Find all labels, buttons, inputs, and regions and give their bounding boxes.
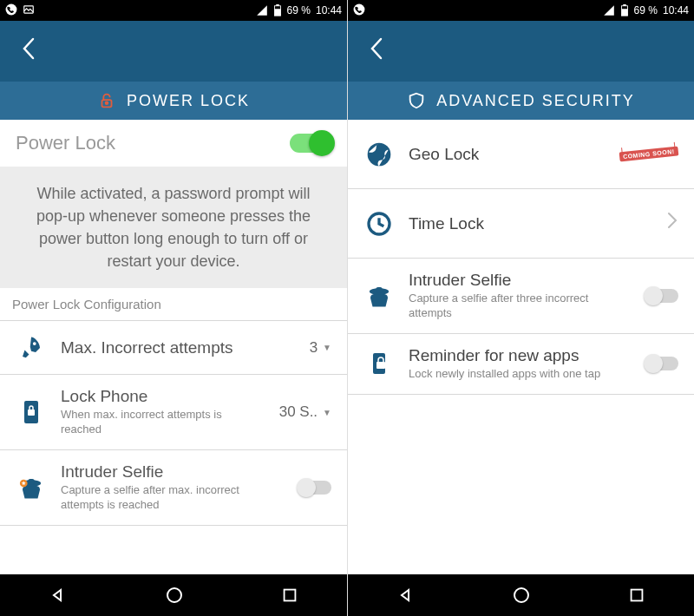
row-time-lock[interactable]: Time Lock [348,189,694,259]
reminder-toggle[interactable] [645,357,678,370]
battery-icon [273,4,282,16]
reminder-sublabel: Lock newly installed apps with one tap [409,367,632,382]
intruder-sublabel: Capture a selfie after max. incorrect at… [61,483,285,513]
config-section-label: Power Lock Configuration [0,288,347,321]
row-max-attempts[interactable]: Max. Incorrect attempts 3 ▼ [0,321,347,375]
globe-icon [363,141,395,168]
intruder-label: Intruder Selfie [409,271,632,290]
app-header [0,21,347,82]
screen-advanced-security: 69 % 10:44 ADVANCED SECURITY Geo Lock [347,0,694,616]
status-bar: 69 % 10:44 [0,0,347,21]
intruder-label: Intruder Selfie [61,462,285,482]
svg-rect-9 [28,410,35,416]
svg-point-13 [167,588,181,602]
clock-text: 10:44 [663,4,689,16]
app-lock-icon [363,351,395,377]
clock-icon [363,210,395,238]
svg-point-25 [514,588,528,602]
svg-point-7 [33,342,36,345]
viber-icon [5,3,17,18]
chevron-down-icon: ▼ [323,343,331,352]
svg-rect-11 [28,479,35,484]
svg-point-15 [354,3,365,15]
nav-bar [348,574,694,616]
geo-lock-label: Geo Lock [409,145,606,164]
chevron-down-icon: ▼ [323,408,331,417]
intruder-icon [363,283,395,309]
gallery-icon [23,3,35,18]
lock-phone-sublabel: When max. incorrect attempts is reached [61,408,265,437]
row-intruder-selfie[interactable]: Intruder Selfie Capture a selfie after t… [348,259,694,334]
app-header [348,21,694,82]
svg-rect-22 [376,287,383,292]
row-geo-lock[interactable]: Geo Lock COMING SOON! [348,120,694,189]
power-lock-toggle-row: Power Lock [0,120,347,167]
row-intruder-selfie[interactable]: Intruder Selfie Capture a selfie after m… [0,450,347,526]
nav-home-button[interactable] [511,585,532,606]
title-bar: POWER LOCK [0,82,347,120]
max-attempts-value-dropdown[interactable]: 3 ▼ [310,339,331,357]
chevron-right-icon [666,210,678,237]
nav-recents-button[interactable] [280,586,299,605]
svg-rect-18 [621,9,627,16]
intruder-toggle[interactable] [298,481,331,495]
svg-rect-24 [376,362,385,369]
time-lock-label: Time Lock [409,214,652,233]
title-text: ADVANCED SECURITY [436,92,635,110]
svg-rect-4 [274,9,280,16]
svg-rect-26 [632,590,643,601]
back-button[interactable] [360,30,393,73]
row-reminder-new-apps[interactable]: Reminder for new apps Lock newly install… [348,334,694,395]
reminder-label: Reminder for new apps [409,346,632,365]
intruder-icon [16,475,47,501]
screen-power-lock: 69 % 10:44 POWER LOCK Power Lock While a… [0,0,347,616]
lock-phone-value-dropdown[interactable]: 30 S.. ▼ [279,403,331,421]
signal-icon [256,4,268,16]
row-lock-phone[interactable]: Lock Phone When max. incorrect attempts … [0,375,347,450]
svg-point-0 [6,3,17,15]
nav-home-button[interactable] [164,585,185,606]
nav-recents-button[interactable] [627,586,646,605]
nav-bar [0,574,347,616]
nav-back-button[interactable] [396,585,416,606]
power-lock-toggle[interactable] [290,134,331,153]
svg-rect-3 [276,4,279,6]
max-attempts-label: Max. Incorrect attempts [61,338,296,357]
status-bar: 69 % 10:44 [348,0,694,21]
rocket-icon [16,335,47,361]
svg-rect-14 [285,590,296,601]
battery-icon [620,4,629,16]
coming-soon-badge: COMING SOON! [619,146,678,161]
intruder-sublabel: Capture a selfie after three incorrect a… [409,292,632,321]
battery-percent: 69 % [634,4,658,16]
nav-back-button[interactable] [48,585,69,606]
back-button[interactable] [12,30,45,73]
title-text: POWER LOCK [127,92,250,110]
power-lock-icon [97,91,116,110]
power-lock-label: Power Lock [16,132,115,154]
viber-icon [353,3,365,18]
power-lock-description: While activated, a password prompt will … [0,167,347,288]
clock-text: 10:44 [316,4,342,16]
battery-percent: 69 % [287,4,311,16]
intruder-toggle[interactable] [645,289,678,303]
shield-icon [407,91,426,110]
phone-lock-icon [16,399,47,425]
svg-rect-17 [623,4,626,6]
svg-point-6 [106,102,108,104]
signal-icon [603,4,615,16]
lock-phone-label: Lock Phone [61,387,265,406]
title-bar: ADVANCED SECURITY [348,82,694,120]
